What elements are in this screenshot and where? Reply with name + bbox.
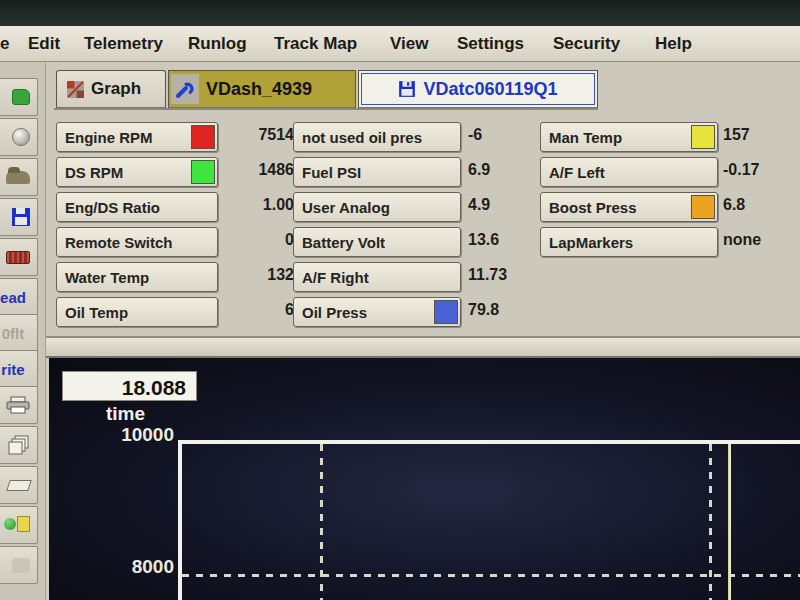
oil-press-color-swatch (434, 300, 458, 324)
cursor-time-readout: 18.088 (62, 371, 197, 401)
channel-eng-ds-ratio[interactable]: Eng/DS Ratio (56, 192, 218, 222)
channel-battery-volt[interactable]: Battery Volt (293, 227, 461, 257)
keyboard-icon (6, 251, 30, 264)
engine-rpm-color-swatch (191, 125, 215, 149)
channel-fuel-psi-value: 6.9 (468, 161, 538, 179)
menu-bar: e Edit Telemetry Runlog Track Map View S… (0, 26, 800, 62)
new-file-icon (12, 89, 30, 105)
menu-file-partial[interactable]: e (0, 34, 9, 54)
channel-water-temp-value: 132 (224, 266, 294, 284)
channel-water-temp[interactable]: Water Temp (56, 262, 218, 292)
channel-fuel-psi[interactable]: Fuel PSI (293, 157, 461, 187)
menu-view[interactable]: View (390, 34, 428, 54)
tab-graph-label: Graph (91, 79, 141, 99)
channel-battery-volt-value: 13.6 (468, 231, 538, 249)
channel-engine-rpm-value: 7514 (224, 126, 294, 144)
channel-remote-switch-value: 0 (224, 231, 294, 249)
plot-area[interactable] (178, 440, 800, 600)
channel-lapmarkers[interactable]: LapMarkers (540, 227, 718, 257)
disabled-tool-button (0, 546, 38, 584)
channel-remote-switch[interactable]: Remote Switch (56, 227, 218, 257)
erase-button[interactable] (0, 466, 38, 504)
tab-vdatc-label: VDatc060119Q1 (423, 79, 557, 100)
read-button[interactable]: ead (0, 278, 38, 316)
menu-help[interactable]: Help (655, 34, 692, 54)
link-note-icon (4, 516, 30, 534)
channel-oil-press[interactable]: Oil Press (293, 297, 461, 327)
channel-engine-rpm[interactable]: Engine RPM (56, 122, 218, 152)
boost-press-color-swatch (691, 195, 715, 219)
tab-vdash-config[interactable]: VDash_4939 (168, 70, 356, 108)
link-note-button[interactable] (0, 506, 38, 544)
graph-cursor-line[interactable] (728, 444, 731, 600)
floppy-disk-icon (398, 80, 416, 98)
car-download-icon (6, 171, 30, 184)
y-tick-8000: 8000 (104, 556, 174, 578)
graph-panel: 18.088 time 10000 8000 (47, 358, 800, 600)
tab-strip-divider (54, 108, 598, 110)
write-button[interactable]: rite (0, 350, 38, 388)
y-tick-10000: 10000 (104, 424, 174, 446)
channel-man-temp-value: 157 (723, 126, 798, 144)
channel-ds-rpm[interactable]: DS RPM (56, 157, 218, 187)
wrench-icon (175, 79, 195, 99)
save-floppy-icon (12, 208, 30, 226)
menu-security[interactable]: Security (553, 34, 620, 54)
channel-oil-press-value: 79.8 (468, 301, 538, 319)
channel-ds-rpm-value: 1486 (224, 161, 294, 179)
dflt-button: 0flt (0, 314, 38, 352)
menu-settings[interactable]: Settings (457, 34, 524, 54)
datalink-app-window: e Edit Telemetry Runlog Track Map View S… (0, 0, 800, 600)
save-button[interactable] (0, 198, 38, 236)
channel-af-left[interactable]: A/F Left (540, 157, 718, 187)
menu-runlog[interactable]: Runlog (188, 34, 247, 54)
keyboard-button[interactable] (0, 238, 38, 276)
print-button[interactable] (0, 386, 38, 424)
graph-chart-icon (67, 81, 84, 98)
channel-oil-temp[interactable]: Oil Temp (56, 297, 218, 327)
channel-man-temp[interactable]: Man Temp (540, 122, 718, 152)
channel-oil-temp-value: 6 (224, 301, 294, 319)
eraser-icon (6, 480, 32, 491)
copy-pages-icon (8, 435, 30, 455)
menu-edit[interactable]: Edit (28, 34, 60, 54)
tab-vdash-label: VDash_4939 (206, 79, 312, 100)
horizontal-gridline-8000 (182, 574, 800, 577)
channel-eng-ds-ratio-value: 1.00 (224, 196, 294, 214)
toolbar-sidebar: ead 0flt rite (0, 62, 46, 600)
top-dark-band (0, 0, 800, 26)
channel-af-right-value: 11.73 (468, 266, 538, 284)
channel-af-left-value: -0.17 (723, 161, 798, 179)
menu-track-map[interactable]: Track Map (274, 34, 357, 54)
channel-user-analog[interactable]: User Analog (293, 192, 461, 222)
open-globe-icon (12, 128, 30, 146)
copy-pages-button[interactable] (0, 426, 38, 464)
man-temp-color-swatch (691, 125, 715, 149)
tab-vdatc-file[interactable]: VDatc060119Q1 (358, 70, 598, 108)
channel-lapmarkers-value: none (723, 231, 798, 249)
ds-rpm-color-swatch (191, 160, 215, 184)
print-icon (6, 396, 30, 414)
x-axis-label: time (106, 403, 145, 425)
tab-graph[interactable]: Graph (56, 70, 166, 108)
open-file-button[interactable] (0, 118, 38, 156)
menu-telemetry[interactable]: Telemetry (84, 34, 163, 54)
panel-divider-bar[interactable] (46, 336, 800, 358)
channel-af-right[interactable]: A/F Right (293, 262, 461, 292)
channel-boost-press[interactable]: Boost Press (540, 192, 718, 222)
car-download-button[interactable] (0, 158, 38, 196)
channel-not-used-oil-pres[interactable]: not used oil pres (293, 122, 461, 152)
channel-not-used-oil-pres-value: -6 (468, 126, 538, 144)
channel-boost-press-value: 6.8 (723, 196, 798, 214)
new-file-button[interactable] (0, 78, 38, 116)
disabled-icon (12, 558, 30, 573)
channel-user-analog-value: 4.9 (468, 196, 538, 214)
